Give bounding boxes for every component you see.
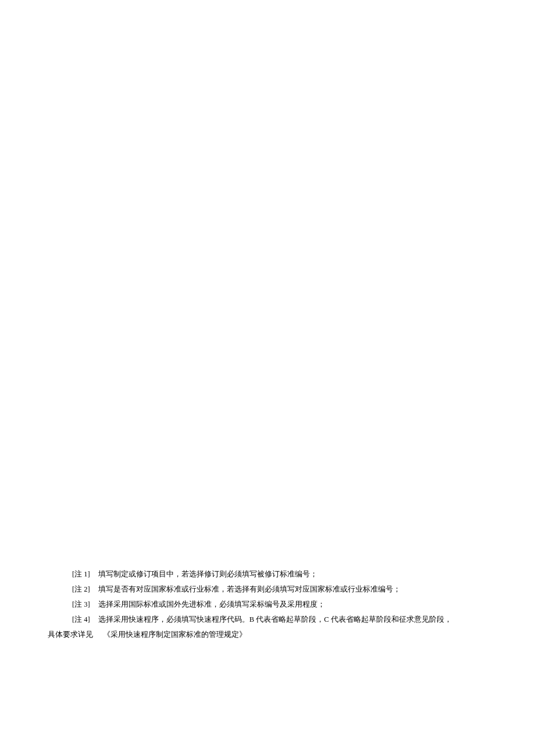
notes-container: [注 1] 填写制定或修订项目中，若选择修订则必须填写被修订标准编号； [注 2…	[48, 568, 519, 640]
note-text-3: 选择采用国际标准或国外先进标准，必须填写采标编号及采用程度；	[98, 599, 519, 610]
note-continuation-text: 《采用快速程序制定国家标准的管理规定》	[103, 630, 247, 639]
note-item-2: [注 2] 填写是否有对应国家标准或行业标准，若选择有则必须填写对应国家标准或行…	[48, 583, 519, 595]
note-label-1: [注 1]	[72, 568, 90, 580]
note-continuation: 具体要求详见 《采用快速程序制定国家标准的管理规定》	[48, 629, 519, 640]
note-text-2: 填写是否有对应国家标准或行业标准，若选择有则必须填写对应国家标准或行业标准编号；	[98, 583, 519, 595]
note-label-2: [注 2]	[72, 583, 90, 595]
note-text-4: 选择采用快速程序，必须填写快速程序代码。B 代表省略起草阶段，C 代表省略起草阶…	[98, 614, 519, 625]
note-item-4: [注 4] 选择采用快速程序，必须填写快速程序代码。B 代表省略起草阶段，C 代…	[48, 614, 519, 625]
note-continuation-prefix: 具体要求详见	[48, 629, 93, 640]
note-item-3: [注 3] 选择采用国际标准或国外先进标准，必须填写采标编号及采用程度；	[48, 599, 519, 610]
note-label-4: [注 4]	[72, 614, 90, 625]
note-text-1: 填写制定或修订项目中，若选择修订则必须填写被修订标准编号；	[98, 568, 519, 580]
note-label-3: [注 3]	[72, 599, 90, 610]
note-item-1: [注 1] 填写制定或修订项目中，若选择修订则必须填写被修订标准编号；	[48, 568, 519, 580]
